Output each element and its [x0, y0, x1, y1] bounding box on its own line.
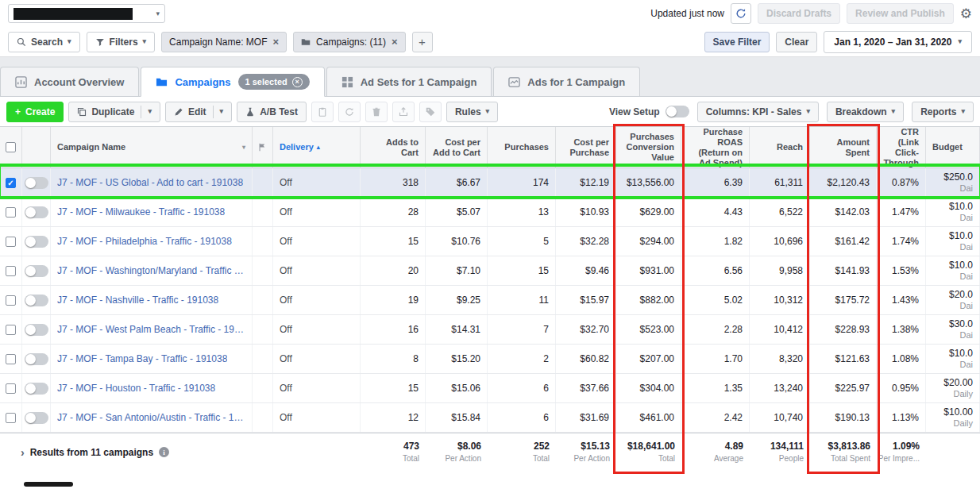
ab-test-button[interactable]: A/B Test: [237, 102, 307, 122]
campaign-name-link[interactable]: J7 - MOF - Tampa Bay - Traffic - 191038: [57, 353, 227, 364]
campaign-name-link[interactable]: J7 - MOF - Washington/Maryland - Traffic…: [57, 265, 245, 276]
column-header-purchase-roas[interactable]: Purchase ROAS (Return on Ad Spend): [681, 127, 750, 167]
edit-button[interactable]: Edit ▾: [165, 102, 232, 122]
campaign-name-link[interactable]: J7 - MOF - Milwaukee - Traffic - 191038: [57, 206, 225, 218]
campaign-name-link[interactable]: J7 - MOF - San Antonio/Austin - Traffic …: [57, 412, 245, 423]
table-row[interactable]: J7 - MOF - West Palm Beach - Traffic - 1…: [0, 315, 980, 345]
campaign-name-link[interactable]: J7 - MOF - US Global - Add to cart - 191…: [57, 177, 243, 188]
row-checkbox[interactable]: [6, 178, 16, 188]
campaign-name-link[interactable]: J7 - MOF - Houston - Traffic - 191038: [57, 383, 215, 394]
row-checkbox[interactable]: [6, 383, 16, 394]
reach-value: 6,522: [750, 198, 810, 226]
cost-per-add-to-cart-value: $5.07: [426, 198, 488, 226]
column-header-alerts[interactable]: [253, 127, 273, 167]
table-row[interactable]: J7 - MOF - Philadelphia - Traffic - 1910…: [0, 227, 980, 256]
amount-spent-value: $175.72: [810, 286, 877, 314]
filters-button[interactable]: Filters▾: [87, 32, 156, 52]
columns-button[interactable]: Columns: KPI - Sales ▾: [697, 102, 819, 122]
column-header-ctr[interactable]: CTR (Link Click-Through: [877, 127, 926, 167]
reach-value: 10,740: [750, 403, 810, 432]
search-button[interactable]: Search▾: [8, 32, 80, 52]
close-icon[interactable]: ×: [272, 36, 279, 48]
view-setup-toggle[interactable]: [666, 106, 689, 117]
select-all-checkbox[interactable]: [6, 142, 16, 152]
refresh-button[interactable]: [731, 3, 751, 24]
campaign-toggle[interactable]: [25, 236, 48, 248]
total-cost-per-purchase: $15.13Per Action: [556, 433, 616, 471]
history-button[interactable]: [338, 102, 361, 122]
table-row[interactable]: J7 - MOF - Tampa Bay - Traffic - 191038 …: [0, 345, 980, 374]
delete-button[interactable]: [365, 102, 388, 122]
chevron-down-icon: ▾: [958, 38, 962, 45]
purchases-value: 11: [488, 286, 556, 314]
filter-chip-campaigns[interactable]: Campaigns: (11) ×: [293, 32, 405, 52]
table-row[interactable]: J7 - MOF - US Global - Add to cart - 191…: [0, 168, 980, 198]
tag-button[interactable]: [419, 102, 442, 122]
clipboard-button[interactable]: [311, 102, 334, 122]
results-summary[interactable]: › Results from 11 campaigns i: [0, 433, 273, 471]
column-header-amount-spent[interactable]: Amount Spent: [810, 127, 877, 167]
settings-button[interactable]: ⚙: [960, 6, 972, 22]
discard-drafts-button[interactable]: Discard Drafts: [758, 3, 840, 24]
row-checkbox[interactable]: [6, 266, 16, 276]
table-row[interactable]: J7 - MOF - Milwaukee - Traffic - 191038 …: [0, 198, 980, 227]
row-checkbox[interactable]: [6, 237, 16, 247]
deselect-icon[interactable]: ×: [292, 77, 303, 87]
breakdown-button[interactable]: Breakdown ▾: [827, 102, 904, 122]
campaign-toggle[interactable]: [25, 206, 48, 218]
cost-per-add-to-cart-value: $15.06: [426, 374, 488, 402]
column-header-campaign-name[interactable]: Campaign Name ▾: [51, 127, 253, 167]
campaign-toggle[interactable]: [25, 412, 48, 424]
duplicate-button[interactable]: Duplicate ▾: [68, 102, 160, 122]
close-icon[interactable]: ×: [392, 36, 398, 48]
campaign-name-link[interactable]: J7 - MOF - Nashville - Traffic - 191038: [57, 295, 218, 306]
campaign-toggle[interactable]: [25, 324, 48, 336]
date-range-picker[interactable]: Jan 1, 2020 – Jan 31, 2020 ▾: [824, 31, 972, 53]
campaign-toggle[interactable]: [25, 177, 48, 189]
column-header-purchases[interactable]: Purchases: [488, 127, 556, 167]
campaign-toggle[interactable]: [25, 265, 48, 277]
column-header-cost-per-add-to-cart[interactable]: Cost per Add to Cart: [426, 127, 488, 167]
campaign-name-link[interactable]: J7 - MOF - West Palm Beach - Traffic - 1…: [57, 324, 245, 335]
tab-ad-sets[interactable]: Ad Sets for 1 Campaign: [326, 67, 492, 96]
purchase-roas-value: 1.70: [681, 345, 750, 373]
cost-per-add-to-cart-value: $14.31: [426, 315, 488, 344]
table-row[interactable]: J7 - MOF - San Antonio/Austin - Traffic …: [0, 403, 980, 433]
row-checkbox[interactable]: [6, 325, 16, 335]
row-checkbox[interactable]: [6, 354, 16, 364]
tab-account-overview[interactable]: Account Overview: [0, 67, 139, 96]
review-and-publish-button[interactable]: Review and Publish: [847, 3, 954, 24]
column-header-reach[interactable]: Reach: [750, 127, 810, 167]
campaign-toggle[interactable]: [25, 383, 48, 395]
clear-filters-button[interactable]: Clear: [776, 32, 817, 52]
reach-value: 8,320: [750, 345, 810, 373]
adds-to-cart-value: 318: [361, 168, 426, 197]
tab-campaigns[interactable]: Campaigns 1 selected ×: [141, 67, 324, 97]
tab-ads[interactable]: Ads for 1 Campaign: [493, 67, 640, 96]
export-button[interactable]: [392, 102, 415, 122]
campaign-toggle[interactable]: [25, 353, 48, 365]
row-checkbox[interactable]: [6, 207, 16, 218]
campaign-name-link[interactable]: J7 - MOF - Philadelphia - Traffic - 1910…: [57, 236, 232, 247]
add-filter-button[interactable]: +: [412, 32, 433, 52]
account-selector-dropdown[interactable]: ▾: [8, 4, 165, 23]
reports-button[interactable]: Reports ▾: [912, 102, 974, 122]
rules-button[interactable]: Rules ▾: [446, 102, 498, 122]
purchases-conversion-value: $461.00: [616, 403, 681, 432]
filter-chip-campaign-name[interactable]: Campaign Name: MOF ×: [161, 32, 287, 52]
column-header-delivery[interactable]: Delivery ▴: [273, 127, 361, 167]
save-filter-button[interactable]: Save Filter: [704, 32, 770, 52]
column-header-budget[interactable]: Budget: [926, 127, 980, 167]
column-header-cost-per-purchase[interactable]: Cost per Purchase: [556, 127, 616, 167]
horizontal-scrollbar-thumb[interactable]: [24, 482, 73, 487]
column-header-purchases-conversion-value[interactable]: Purchases Conversion Value: [616, 127, 681, 167]
column-header-adds-to-cart[interactable]: Adds to Cart: [361, 127, 426, 167]
table-row[interactable]: J7 - MOF - Nashville - Traffic - 191038 …: [0, 286, 980, 315]
row-checkbox[interactable]: [6, 295, 16, 306]
table-row[interactable]: J7 - MOF - Washington/Maryland - Traffic…: [0, 256, 980, 286]
campaign-toggle[interactable]: [25, 295, 48, 306]
table-row[interactable]: J7 - MOF - Houston - Traffic - 191038 Of…: [0, 374, 980, 403]
create-button[interactable]: + Create: [6, 102, 64, 122]
trash-icon: [372, 107, 381, 117]
row-checkbox[interactable]: [6, 413, 16, 423]
